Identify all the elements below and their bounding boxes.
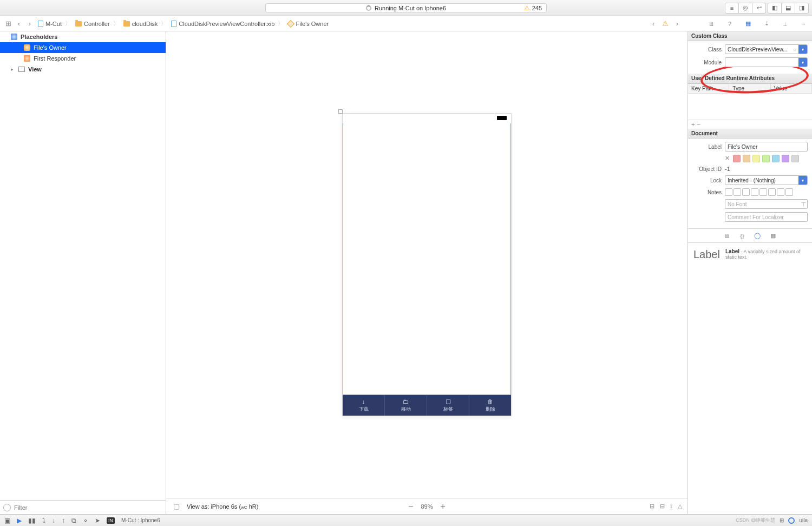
location-icon[interactable]: ➤ (95, 517, 100, 524)
related-items-icon[interactable]: ⊞ (3, 19, 13, 29)
identity-inspector-icon[interactable]: ▦ (744, 19, 752, 28)
crumb-object[interactable]: File's Owner (287, 21, 330, 27)
filter-text[interactable]: uila (799, 517, 808, 523)
disclosure-icon[interactable]: ▸ (11, 67, 15, 72)
module-field[interactable]: ▾ (725, 57, 808, 67)
remove-attribute-button[interactable]: − (697, 121, 700, 128)
lib-file-icon[interactable]: 🗎 (724, 233, 730, 239)
tag-button[interactable]: ▢标签 (427, 395, 469, 416)
col-keypath[interactable]: Key Path (688, 84, 729, 93)
device-config-icon[interactable]: ▢ (172, 502, 181, 511)
activity-pill[interactable]: Running M-Cut on Iphone6 ⚠ 245 (265, 3, 547, 13)
download-button[interactable]: ↓下载 (343, 395, 385, 416)
grid-icon[interactable]: ⊞ (780, 517, 784, 523)
align-icon[interactable]: ⊟ (660, 503, 665, 510)
size-inspector-icon[interactable]: ⟂ (781, 19, 789, 28)
add-attribute-button[interactable]: + (691, 121, 695, 128)
swatch-orange[interactable] (743, 155, 750, 162)
editor-version-icon[interactable]: ↩ (752, 3, 766, 14)
align-justify-icon[interactable] (751, 188, 758, 196)
pause-icon[interactable]: ▮▮ (28, 517, 36, 524)
editor-assistant-icon[interactable]: ◎ (738, 3, 752, 14)
col-type[interactable]: Type (729, 84, 770, 93)
view-as-label[interactable]: View as: iPhone 6s (wC hR) (187, 503, 258, 510)
swatch-purple[interactable] (782, 155, 789, 162)
resolve-icon[interactable]: △ (678, 503, 682, 510)
font-field[interactable]: No Font⊤ (725, 199, 808, 209)
swatch-blue[interactable] (772, 155, 780, 162)
localizer-comment-field[interactable]: Comment For Localizer (725, 212, 808, 222)
text-color-icon[interactable] (768, 188, 776, 196)
warning-badge[interactable]: ⚠ 245 (524, 4, 542, 12)
swatch-green[interactable] (762, 155, 770, 162)
stack-icon[interactable]: ⊟ (650, 503, 654, 510)
step-into-icon[interactable]: ↓ (52, 517, 55, 524)
view-debug-icon[interactable]: ⧉ (71, 517, 76, 524)
zoom-level[interactable]: 89% (421, 503, 433, 510)
swatch-yellow[interactable] (752, 155, 760, 162)
pin-icon[interactable]: ⟟ (670, 503, 672, 510)
continue-icon[interactable]: ▶ (17, 517, 22, 524)
back-icon[interactable]: ‹ (14, 19, 24, 29)
align-center-icon[interactable] (734, 188, 741, 196)
swatch-gray[interactable] (791, 155, 799, 162)
lib-media-icon[interactable]: ▦ (770, 232, 776, 239)
placeholders-header[interactable]: Placeholders (0, 31, 166, 42)
delete-button[interactable]: 🗑删除 (469, 395, 511, 416)
zoom-out-button[interactable]: − (408, 502, 413, 511)
bg-color-icon[interactable] (777, 188, 784, 196)
crumb-folder[interactable]: Controller〉 (74, 19, 121, 28)
crumb-file[interactable]: CloudDiskPreviewViewController.xib〉 (170, 19, 286, 28)
panel-bottom-icon[interactable]: ⬓ (781, 3, 795, 14)
attributes-inspector-icon[interactable]: ⇣ (762, 19, 771, 28)
move-button[interactable]: 🗀移动 (385, 395, 427, 416)
lib-object-icon[interactable]: ◯ (754, 232, 761, 239)
library-item[interactable]: Label Label - A variably sized amount of… (688, 243, 812, 266)
class-field[interactable]: CloudDiskPreviewView...○▾ (725, 44, 808, 54)
filter-input[interactable] (14, 504, 162, 511)
memory-graph-icon[interactable]: ⚬ (83, 517, 88, 524)
connections-inspector-icon[interactable]: → (799, 19, 808, 28)
dropdown-icon[interactable]: ▾ (798, 45, 807, 54)
clear-icon[interactable]: ○ (793, 47, 796, 52)
filter-dot-icon[interactable] (788, 517, 795, 524)
files-owner-row[interactable]: File's Owner (0, 42, 166, 53)
prev-issue-icon[interactable]: ‹ (649, 19, 658, 29)
canvas-viewport[interactable]: ↓下载 🗀移动 ▢标签 🗑删除 (166, 31, 687, 498)
lib-code-icon[interactable]: {} (740, 233, 744, 239)
resize-handle[interactable] (338, 109, 343, 114)
align-right-icon[interactable] (742, 188, 750, 196)
more-icon[interactable] (785, 188, 793, 196)
clear-color-icon[interactable]: ✕ (725, 155, 730, 162)
dropdown-icon[interactable]: ▾ (798, 58, 807, 67)
step-out-icon[interactable]: ↑ (62, 517, 65, 524)
next-issue-icon[interactable]: › (672, 19, 682, 29)
label-field[interactable]: File's Owner (725, 142, 808, 152)
panel-left-icon[interactable]: ◧ (768, 3, 782, 14)
lock-field[interactable]: Inherited - (Nothing)▾ (725, 175, 808, 185)
col-value[interactable]: Value (771, 84, 812, 93)
hide-debug-icon[interactable]: ▣ (4, 517, 10, 524)
panel-right-icon[interactable]: ◨ (795, 3, 809, 14)
swatch-red[interactable] (733, 155, 741, 162)
file-inspector-icon[interactable]: 🗎 (707, 19, 716, 28)
dropdown-icon[interactable]: ▾ (798, 176, 807, 185)
help-inspector-icon[interactable]: ? (725, 19, 734, 28)
device-frame[interactable]: ↓下载 🗀移动 ▢标签 🗑删除 (342, 113, 512, 416)
forward-icon[interactable]: › (25, 19, 35, 29)
view-row[interactable]: ▸ View (0, 64, 166, 75)
issue-warning-icon[interactable]: ⚠ (660, 19, 670, 29)
zoom-in-button[interactable]: + (441, 502, 446, 511)
attributes-body[interactable] (688, 94, 812, 120)
font-picker-icon[interactable]: ⊤ (801, 201, 806, 207)
first-responder-row[interactable]: First Responder (0, 53, 166, 64)
crumb-folder[interactable]: cloudDisk〉 (122, 19, 169, 28)
step-over-icon[interactable]: ⤵ (42, 517, 45, 524)
editor-standard-icon[interactable]: ≡ (725, 3, 739, 14)
debug-target[interactable]: M-Cut : Iphone6 (121, 517, 160, 523)
filter-icon[interactable] (3, 504, 11, 511)
device-body[interactable] (343, 123, 511, 395)
align-left-icon[interactable] (725, 188, 732, 196)
strikethrough-icon[interactable] (759, 188, 767, 196)
crumb-project[interactable]: M-Cut〉 (37, 19, 73, 28)
